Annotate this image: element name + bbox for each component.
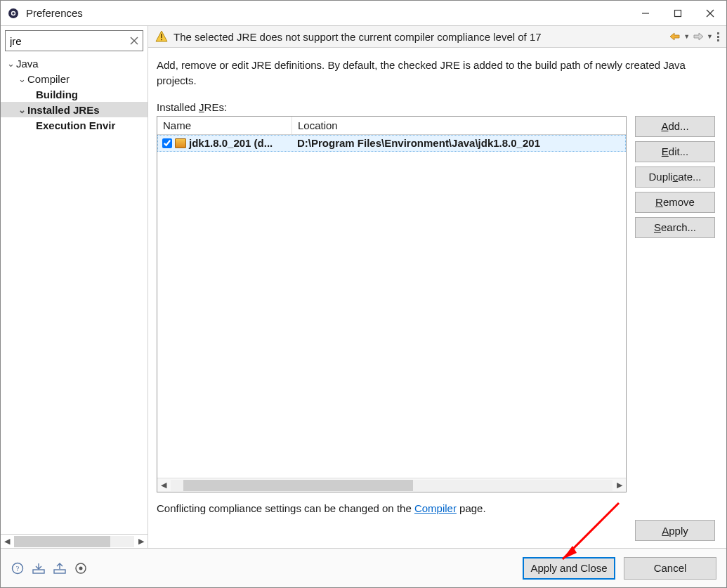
tree-label: Execution Envir — [36, 119, 115, 131]
back-icon[interactable] — [669, 30, 681, 43]
compiler-link[interactable]: Compiler — [414, 502, 457, 514]
titlebar: Preferences — [1, 1, 726, 26]
scroll-thumb[interactable] — [183, 480, 413, 491]
edit-button[interactable]: Edit... — [635, 141, 715, 162]
tree-item-execution-environments[interactable]: Execution Envir — [1, 117, 148, 133]
tree-label: Java — [16, 58, 39, 70]
warning-icon — [155, 30, 168, 43]
back-menu-caret-icon[interactable]: ▼ — [683, 33, 690, 40]
chevron-down-icon: ⌄ — [5, 58, 16, 69]
jre-default-checkbox[interactable] — [162, 138, 172, 148]
bottom-bar: ? Apply and Close Cancel — [1, 548, 726, 587]
scroll-track[interactable] — [14, 536, 134, 547]
duplicate-button[interactable]: Duplicate... — [635, 166, 715, 188]
search-button[interactable]: Search... — [635, 217, 715, 238]
svg-rect-15 — [54, 570, 65, 573]
export-icon[interactable] — [53, 561, 67, 575]
close-button[interactable] — [694, 1, 726, 25]
tree-item-java[interactable]: ⌄ Java — [1, 55, 148, 71]
cancel-button[interactable]: Cancel — [624, 557, 716, 580]
svg-point-17 — [79, 566, 83, 570]
svg-point-2 — [12, 12, 15, 15]
table-header: Name Location — [157, 117, 626, 135]
tree-item-compiler[interactable]: ⌄ Compiler — [1, 71, 148, 86]
banner-text: The selected JRE does not support the cu… — [173, 31, 669, 43]
scroll-thumb[interactable] — [14, 536, 110, 547]
app-icon — [6, 6, 20, 20]
import-icon[interactable] — [32, 561, 46, 575]
jre-icon — [175, 138, 186, 148]
tree-label: Installed JREs — [27, 104, 100, 116]
clear-search-icon[interactable] — [128, 34, 140, 47]
tree-item-building[interactable]: Building — [1, 86, 148, 102]
scroll-left-icon[interactable]: ◀ — [157, 479, 170, 492]
jre-name: jdk1.8.0_201 (d... — [189, 137, 273, 149]
sidebar: ⌄ Java ⌄ Compiler Building ⌄ Installed J… — [1, 26, 148, 548]
scroll-right-icon[interactable]: ▶ — [135, 535, 148, 548]
sidebar-hscroll[interactable]: ◀ ▶ — [1, 534, 148, 548]
filter-search-box — [5, 30, 143, 51]
jre-table: Name Location jdk1.8.0_201 (d... D:\Pro — [157, 116, 627, 493]
svg-rect-4 — [675, 10, 681, 16]
apply-and-close-button[interactable]: Apply and Close — [523, 557, 615, 580]
oomph-icon[interactable] — [74, 561, 88, 575]
tree-label: Compiler — [27, 73, 70, 85]
filter-input[interactable] — [5, 30, 143, 51]
minimize-button[interactable] — [629, 1, 662, 25]
svg-rect-14 — [33, 570, 44, 573]
banner-toolbar: ▼ ▼ — [669, 30, 719, 43]
svg-rect-11 — [161, 39, 162, 40]
forward-menu-caret-icon[interactable]: ▼ — [707, 33, 713, 40]
help-icon[interactable]: ? — [11, 561, 25, 575]
compliance-hint: Conflicting compliance settings can be c… — [157, 492, 715, 517]
scroll-left-icon[interactable]: ◀ — [1, 535, 13, 548]
window-title: Preferences — [26, 7, 83, 19]
col-location[interactable]: Location — [292, 117, 626, 134]
content-area: ⌄ Java ⌄ Compiler Building ⌄ Installed J… — [1, 26, 726, 548]
tree-item-installed-jres[interactable]: ⌄ Installed JREs — [1, 102, 148, 117]
jre-buttons: Add... Edit... Duplicate... Remove Searc… — [635, 116, 715, 493]
scroll-track[interactable] — [171, 480, 613, 491]
forward-icon[interactable] — [692, 30, 705, 43]
panel-body: Add, remove or edit JRE definitions. By … — [148, 48, 726, 548]
view-menu-icon[interactable] — [717, 32, 719, 41]
warning-banner: The selected JRE does not support the cu… — [148, 26, 726, 48]
scroll-right-icon[interactable]: ▶ — [613, 479, 626, 492]
svg-rect-10 — [161, 34, 162, 38]
col-name[interactable]: Name — [157, 117, 292, 134]
table-row[interactable]: jdk1.8.0_201 (d... D:\Program Files\Envi… — [157, 135, 626, 152]
table-hscroll[interactable]: ◀ ▶ — [157, 478, 626, 492]
description-text: Add, remove or edit JRE definitions. By … — [157, 58, 715, 89]
maximize-button[interactable] — [662, 1, 694, 25]
svg-text:?: ? — [16, 564, 20, 573]
remove-button[interactable]: Remove — [635, 192, 715, 213]
preferences-tree[interactable]: ⌄ Java ⌄ Compiler Building ⌄ Installed J… — [1, 54, 148, 534]
chevron-down-icon: ⌄ — [16, 74, 27, 84]
apply-button[interactable]: Apply — [635, 520, 715, 541]
jre-location: D:\Program Files\Environment\Java\jdk1.8… — [293, 137, 625, 149]
bottom-toolbar: ? — [11, 561, 88, 575]
chevron-down-icon: ⌄ — [16, 105, 27, 115]
add-button[interactable]: Add... — [635, 116, 715, 137]
installed-jres-label: Installed JREs: — [157, 101, 715, 113]
tree-label: Building — [36, 89, 78, 100]
main-panel: The selected JRE does not support the cu… — [148, 26, 726, 548]
